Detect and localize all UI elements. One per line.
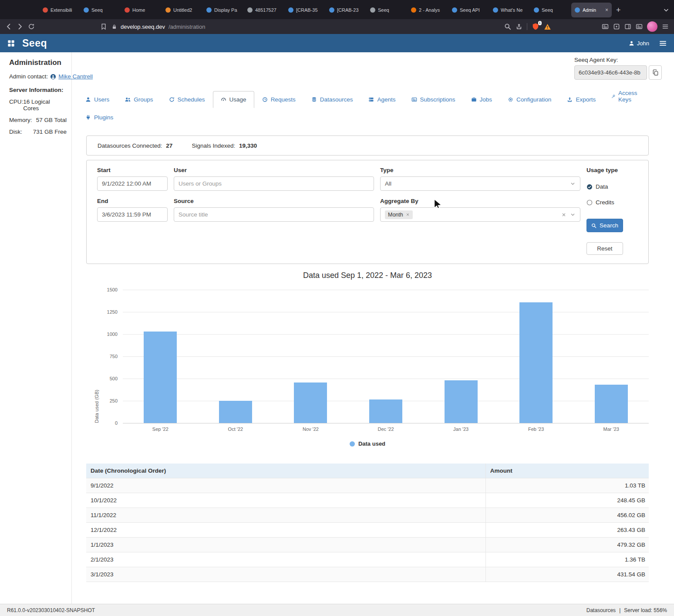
wallet-icon[interactable] bbox=[636, 23, 643, 30]
tab-groups[interactable]: Groups bbox=[117, 91, 161, 108]
col-amount-header[interactable]: Amount bbox=[485, 464, 649, 478]
type-select[interactable]: All bbox=[380, 176, 580, 191]
tab-access-keys[interactable]: Access Keys bbox=[603, 85, 649, 108]
table-row[interactable]: 10/1/2022248.45 GB bbox=[86, 493, 649, 508]
user-label: User bbox=[174, 166, 374, 174]
browser-tab-7[interactable]: [CRAB-35 bbox=[285, 3, 325, 17]
reading-list-icon[interactable] bbox=[602, 23, 609, 30]
bar-mar-23[interactable] bbox=[595, 385, 628, 423]
seeq-logo[interactable]: Seeq bbox=[22, 37, 47, 49]
source-filter-input[interactable] bbox=[174, 207, 374, 222]
browser-tab-8[interactable]: [CRAB-23 bbox=[326, 3, 366, 17]
bar-sep-22[interactable] bbox=[144, 332, 177, 423]
tab-jobs[interactable]: Jobs bbox=[463, 91, 500, 108]
reset-button[interactable]: Reset bbox=[586, 242, 623, 255]
tab-close-icon[interactable]: × bbox=[605, 7, 608, 13]
bar-jan-23[interactable] bbox=[445, 380, 478, 423]
bar-nov-22[interactable] bbox=[294, 382, 327, 423]
extensions-icon[interactable] bbox=[613, 23, 620, 30]
agent-key-input[interactable] bbox=[574, 65, 647, 80]
bar-feb-23[interactable] bbox=[519, 302, 553, 423]
reload-button[interactable] bbox=[28, 23, 35, 30]
aggregate-by-label: Aggregate By bbox=[380, 197, 580, 205]
browser-tab-9[interactable]: Seeq bbox=[367, 3, 407, 17]
hamburger-menu-icon[interactable] bbox=[659, 39, 667, 47]
url-bar[interactable]: develop.seeq.dev/administration bbox=[111, 24, 500, 30]
site-info-icon[interactable] bbox=[111, 24, 117, 30]
table-row[interactable]: 11/1/2022456.02 GB bbox=[86, 508, 649, 523]
back-button[interactable] bbox=[5, 23, 12, 30]
profile-avatar[interactable] bbox=[647, 21, 657, 32]
table-row[interactable]: 12/1/2022263.43 GB bbox=[86, 523, 649, 538]
tab-title: 2 - Analys bbox=[419, 7, 445, 13]
aggregate-chip-month[interactable]: Month bbox=[385, 210, 413, 219]
browser-tab-11[interactable]: Seeq API bbox=[448, 3, 489, 17]
new-tab-button[interactable]: + bbox=[612, 3, 625, 17]
tab-label: Groups bbox=[134, 96, 153, 103]
table-row[interactable]: 3/1/2023431.54 GB bbox=[86, 567, 649, 582]
bar-oct-22[interactable] bbox=[219, 401, 252, 423]
table-header-row: Date (Chronological Order) Amount bbox=[86, 464, 649, 478]
chevron-down-icon[interactable] bbox=[570, 181, 576, 186]
brave-shield-icon[interactable]: 1 bbox=[532, 23, 539, 30]
table-row[interactable]: 2/1/20231.36 TB bbox=[86, 552, 649, 567]
chevron-down-icon[interactable] bbox=[570, 212, 576, 217]
home-grid-icon[interactable] bbox=[7, 39, 15, 47]
browser-tab-4[interactable]: Untitled2 bbox=[162, 3, 202, 17]
user-icon bbox=[85, 97, 91, 102]
user-filter-input[interactable] bbox=[174, 176, 374, 191]
copy-agent-key-button[interactable] bbox=[649, 65, 662, 80]
sidebar-toggle-icon[interactable] bbox=[624, 23, 631, 30]
aggregate-by-select[interactable]: Month bbox=[380, 207, 580, 222]
bar-dec-22[interactable] bbox=[369, 399, 402, 423]
clear-selection-icon[interactable] bbox=[561, 212, 566, 217]
remove-chip-icon[interactable] bbox=[406, 213, 410, 217]
end-datetime-input[interactable] bbox=[97, 207, 168, 222]
date-cell: 3/1/2023 bbox=[86, 567, 485, 582]
forward-button[interactable] bbox=[17, 23, 24, 30]
bookmark-icon[interactable] bbox=[100, 23, 107, 30]
browser-tab-6[interactable]: 48517527 bbox=[244, 3, 284, 17]
url-domain: develop.seeq.dev bbox=[121, 24, 165, 30]
amount-cell: 263.43 GB bbox=[485, 523, 649, 538]
browser-tab-3[interactable]: Home bbox=[121, 3, 162, 17]
tab-plugins[interactable]: Plugins bbox=[78, 109, 121, 126]
usage-type-data-radio[interactable]: Data bbox=[586, 183, 637, 190]
browser-tab-10[interactable]: 2 - Analys bbox=[408, 3, 448, 17]
datasources-connected-stat: Datasources Connected: 27 bbox=[98, 142, 172, 149]
tab-agents[interactable]: Agents bbox=[361, 91, 403, 108]
warning-icon[interactable] bbox=[544, 23, 551, 30]
footer-separator: | bbox=[619, 607, 620, 613]
tab-datasources[interactable]: Datasources bbox=[303, 91, 361, 108]
tab-title: Seeq API bbox=[460, 7, 485, 13]
user-menu[interactable]: John bbox=[629, 40, 649, 47]
tab-exports[interactable]: Exports bbox=[559, 91, 603, 108]
footer-datasources-link[interactable]: Datasources bbox=[586, 607, 616, 613]
browser-menu-icon[interactable] bbox=[662, 23, 669, 30]
tab-subscriptions[interactable]: Subscriptions bbox=[404, 91, 463, 108]
tab-requests[interactable]: Requests bbox=[254, 91, 303, 108]
tab-usage[interactable]: Usage bbox=[213, 91, 254, 108]
browser-tab-2[interactable]: Seeq bbox=[80, 3, 121, 17]
browser-tab-14[interactable]: Admin× bbox=[571, 3, 612, 17]
browser-tab-1[interactable]: Extensibili bbox=[39, 3, 80, 17]
chart-legend[interactable]: Data used bbox=[86, 440, 649, 447]
browser-tab-13[interactable]: Seeq bbox=[530, 3, 571, 17]
start-datetime-input[interactable] bbox=[97, 176, 168, 191]
col-date-header[interactable]: Date (Chronological Order) bbox=[86, 464, 485, 478]
search-button[interactable]: Search bbox=[586, 219, 623, 232]
bar-group bbox=[198, 290, 273, 423]
share-icon[interactable] bbox=[516, 23, 522, 30]
browser-tab-5[interactable]: Display Pa bbox=[203, 3, 243, 17]
table-row[interactable]: 9/1/20221.03 TB bbox=[86, 478, 649, 493]
usage-type-credits-radio[interactable]: Credits bbox=[586, 199, 637, 206]
browser-tab-12[interactable]: What's Ne bbox=[489, 3, 530, 17]
tab-configuration[interactable]: Configuration bbox=[500, 91, 559, 108]
zoom-icon[interactable] bbox=[504, 23, 511, 30]
tab-users[interactable]: Users bbox=[78, 91, 117, 108]
y-axis-title: Data used (GB) bbox=[94, 290, 99, 423]
tab-list-chevron-icon[interactable] bbox=[663, 7, 670, 14]
table-row[interactable]: 1/1/2023479.32 GB bbox=[86, 538, 649, 552]
start-label: Start bbox=[97, 166, 168, 174]
tab-schedules[interactable]: Schedules bbox=[161, 91, 213, 108]
